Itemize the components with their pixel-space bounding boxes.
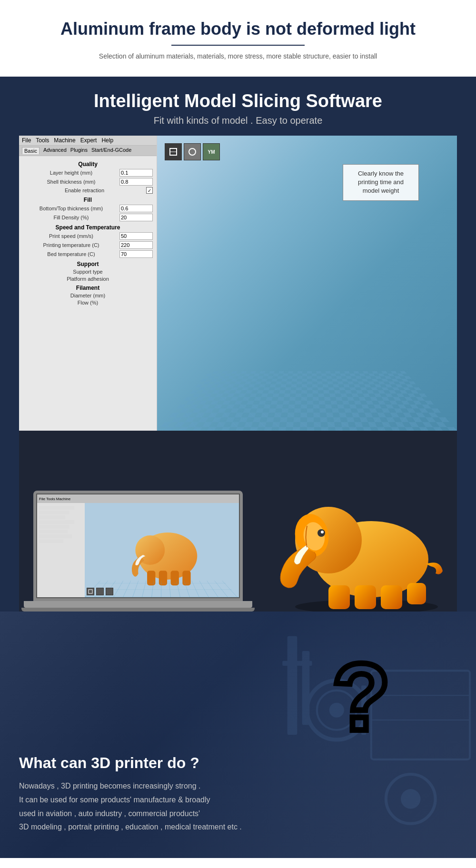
tab-advanced[interactable]: Advanced	[43, 147, 67, 154]
layer-height-label: Layer height (mm)	[23, 170, 119, 176]
slicing-title: Intelligent Model Slicing Software	[19, 91, 457, 111]
tab-basic[interactable]: Basic	[22, 147, 40, 154]
fill-header: Fill	[23, 197, 153, 203]
print-temp-label: Printing temperature (C)	[23, 242, 119, 248]
toolbar-btn-ym[interactable]: YM	[203, 143, 220, 160]
enable-retraction-row: Enable retraction ✓	[23, 187, 153, 194]
diameter-row: Diameter (mm)	[23, 293, 153, 298]
bed-temp-row: Bed temperature (C)	[23, 250, 153, 258]
retraction-checkbox[interactable]: ✓	[146, 187, 153, 194]
divider	[171, 45, 305, 46]
enable-retraction-label: Enable retraction	[23, 187, 146, 193]
laptop-container: File Tools Machine	[19, 431, 457, 612]
laptop-screen: File Tools Machine	[36, 493, 240, 598]
software-left-panel: File Tools Machine Expert Help Basic Adv…	[19, 136, 157, 431]
slicing-section: Intelligent Model Slicing Software Fit w…	[0, 77, 476, 612]
filament-header: Filament	[23, 285, 153, 291]
question-section: ? What can 3D printer do ? Nowadays , 3D…	[0, 612, 476, 858]
settings-panel: Quality Layer height (mm) Shell thicknes…	[19, 156, 157, 309]
aluminum-section: Aluminum frame body is not deformed ligh…	[0, 0, 476, 77]
menu-machine[interactable]: Machine	[54, 137, 75, 144]
flow-label: Flow (%)	[23, 300, 153, 306]
svg-rect-17	[328, 585, 350, 609]
toolbar-btn-1[interactable]	[165, 143, 182, 160]
platform-row: Platform adhesion	[23, 276, 153, 282]
question-mark: ?	[332, 650, 390, 745]
print-speed-label: Print speed (mm/s)	[23, 233, 119, 239]
layer-height-row: Layer height (mm)	[23, 169, 153, 177]
tab-gcode[interactable]: Start/End-GCode	[91, 147, 131, 154]
aluminum-description: Selection of aluminum materials, materia…	[29, 52, 447, 60]
menu-help[interactable]: Help	[101, 137, 113, 144]
print-temp-row: Printing temperature (C)	[23, 241, 153, 249]
bed-temp-label: Bed temperature (C)	[23, 251, 119, 257]
bed-temp-input[interactable]	[119, 250, 153, 258]
bottom-top-label: Bottom/Top thickness (mm)	[23, 206, 119, 211]
flow-row: Flow (%)	[23, 300, 153, 306]
svg-rect-21	[288, 636, 298, 735]
laptop-screen-menu: File Tools Machine	[37, 494, 239, 503]
fill-density-label: Fill Density (%)	[23, 215, 119, 220]
aluminum-title: Aluminum frame body is not deformed ligh…	[29, 19, 447, 39]
tab-plugins[interactable]: Plugins	[70, 147, 88, 154]
toolbar-btn-2[interactable]	[184, 143, 201, 160]
menu-bar: File Tools Machine Expert Help	[19, 136, 157, 146]
print-speed-input[interactable]	[119, 232, 153, 240]
laptop-outer: File Tools Machine	[33, 491, 243, 601]
svg-point-32	[401, 789, 420, 809]
laptop-left-panel-small	[37, 503, 85, 597]
shell-thickness-label: Shell thickness (mm)	[23, 179, 119, 185]
3d-toolbar: YM	[161, 139, 224, 164]
support-type-label: Support type	[23, 269, 153, 275]
diameter-label: Diameter (mm)	[23, 293, 153, 298]
laptop: File Tools Machine	[19, 481, 257, 612]
floor-grid	[157, 371, 457, 431]
menu-file[interactable]: File	[22, 137, 31, 144]
svg-rect-9	[89, 590, 92, 593]
info-box-text: Clearly know the printing time and model…	[358, 170, 404, 194]
fill-density-row: Fill Density (%)	[23, 214, 153, 221]
svg-rect-18	[355, 585, 376, 609]
layer-height-input[interactable]	[119, 169, 153, 177]
laptop-menu-item: File Tools Machine	[39, 497, 70, 501]
print-temp-input[interactable]	[119, 241, 153, 249]
tabs-bar: Basic Advanced Plugins Start/End-GCode	[19, 146, 157, 156]
platform-label: Platform adhesion	[23, 276, 153, 282]
svg-rect-23	[282, 661, 312, 666]
laptop-screen-content	[37, 503, 239, 597]
3d-view-panel: YM Clearly know the printing time and mo…	[157, 136, 457, 431]
menu-expert[interactable]: Expert	[80, 137, 97, 144]
bottom-top-row: Bottom/Top thickness (mm)	[23, 205, 153, 212]
speed-temp-header: Speed and Temperature	[23, 224, 153, 231]
shell-thickness-row: Shell thickness (mm)	[23, 178, 153, 186]
elephant-3d-model	[271, 459, 452, 612]
svg-rect-20	[407, 583, 426, 604]
fill-density-input[interactable]	[119, 214, 153, 221]
bottom-top-input[interactable]	[119, 205, 153, 212]
laptop-area: File Tools Machine	[19, 431, 457, 612]
svg-rect-19	[381, 585, 402, 609]
laptop-base	[24, 601, 252, 608]
support-type-row: Support type	[23, 269, 153, 275]
shell-thickness-input[interactable]	[119, 178, 153, 186]
slicing-subtitle: Fit with kinds of model . Easy to operat…	[19, 115, 457, 126]
laptop-screen-inner: File Tools Machine	[37, 494, 239, 597]
menu-tools[interactable]: Tools	[36, 137, 49, 144]
laptop-bottom	[21, 608, 255, 612]
support-header: Support	[23, 261, 153, 267]
svg-point-16	[321, 531, 324, 533]
print-speed-row: Print speed (mm/s)	[23, 232, 153, 240]
laptop-3d-view	[85, 503, 239, 597]
quality-header: Quality	[23, 161, 153, 168]
software-area: File Tools Machine Expert Help Basic Adv…	[19, 136, 457, 431]
svg-point-2	[189, 148, 196, 155]
info-box: Clearly know the printing time and model…	[343, 164, 419, 201]
